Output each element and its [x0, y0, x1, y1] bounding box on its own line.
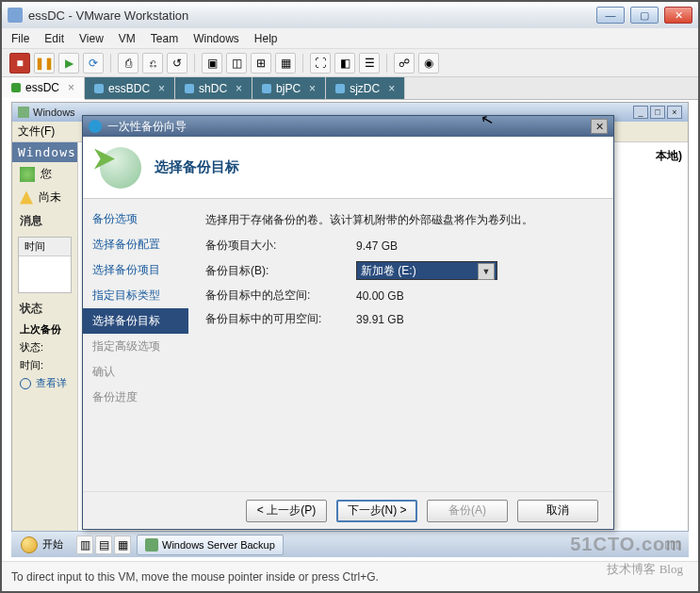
prev-button[interactable]: < 上一步(P): [246, 500, 327, 522]
tab-label: sjzDC: [350, 82, 380, 95]
menu-file[interactable]: File: [11, 32, 29, 45]
cancel-button[interactable]: 取消: [517, 500, 598, 522]
nav-advanced[interactable]: 指定高级选项: [83, 334, 188, 359]
free-space-label: 备份目标中的可用空间:: [205, 311, 356, 327]
nav-confirm[interactable]: 确认: [83, 359, 188, 385]
wizard-button-row: < 上一步(P) 下一步(N) > 备份(A) 取消: [83, 491, 613, 529]
free-space-value: 39.91 GB: [356, 313, 404, 326]
guest-app-icon: [18, 107, 29, 118]
menu-windows[interactable]: Windows: [193, 32, 239, 45]
vm-tabs: essDC× essBDC× shDC× bjPC× sjzDC×: [2, 77, 698, 100]
nav-dest-target[interactable]: 选择备份目标: [83, 308, 188, 334]
start-orb-icon: [21, 536, 38, 553]
tab-essdc[interactable]: essDC×: [2, 77, 85, 100]
wizard-title: 一次性备份向导: [107, 119, 187, 135]
tab-label: bjPC: [276, 82, 301, 95]
backup-icon: [20, 167, 35, 182]
play-icon[interactable]: ▶: [58, 53, 79, 74]
sidebar-warn: 尚未: [12, 186, 77, 209]
vmware-statusbar: To direct input to this VM, move the mou…: [2, 561, 698, 591]
menu-help[interactable]: Help: [254, 32, 278, 45]
messages-label: 消息: [12, 209, 77, 233]
status-row: 状态:: [12, 338, 77, 356]
messages-time-col: 时间: [19, 238, 71, 256]
vmware-menubar: File Edit View VM Team Windows Help: [2, 28, 698, 49]
wizard-nav: 备份选项 选择备份配置 选择备份项目 指定目标类型 选择备份目标 指定高级选项 …: [83, 199, 188, 491]
watermark-text: 51CTO.com: [570, 534, 683, 555]
wizard-titlebar[interactable]: 一次性备份向导 ✕: [83, 116, 613, 137]
view2-icon[interactable]: ◫: [226, 53, 247, 74]
tab-label: essBDC: [108, 82, 150, 95]
next-button[interactable]: 下一步(N) >: [336, 500, 417, 522]
messages-box: 时间: [18, 237, 72, 293]
menu-view[interactable]: View: [79, 32, 104, 45]
fullscreen-icon[interactable]: ⛶: [310, 53, 331, 74]
window-title: essDC - VMware Workstation: [28, 8, 188, 23]
guest-min-button[interactable]: _: [633, 106, 648, 119]
last-backup-label: 上次备份: [12, 321, 77, 338]
tab-label: shDC: [199, 82, 227, 95]
nav-dest-type[interactable]: 指定目标类型: [83, 283, 188, 308]
power-off-icon[interactable]: ■: [9, 53, 30, 74]
total-space-label: 备份目标中的总空间:: [205, 288, 356, 304]
nav-backup-config[interactable]: 选择备份配置: [83, 232, 188, 257]
multimode-icon[interactable]: ☰: [359, 53, 380, 74]
tab-essbdc[interactable]: essBDC×: [85, 77, 175, 99]
wizard-close-button[interactable]: ✕: [591, 119, 608, 134]
app-icon: [145, 538, 158, 552]
guest-max-button[interactable]: □: [650, 106, 665, 119]
wizard-header-icon: [100, 147, 141, 189]
backup-button: 备份(A): [427, 500, 508, 522]
close-button[interactable]: ✕: [664, 7, 692, 24]
vmware-titlebar: essDC - VMware Workstation — ▢ ✕: [2, 2, 698, 28]
target-select[interactable]: 新加卷 (E:): [356, 261, 497, 280]
pause-icon[interactable]: ❚❚: [34, 53, 55, 74]
menu-vm[interactable]: VM: [119, 32, 136, 45]
nav-progress[interactable]: 备份进度: [83, 385, 188, 410]
warning-icon: [20, 191, 33, 205]
menu-edit[interactable]: Edit: [44, 32, 64, 45]
view3-icon[interactable]: ⊞: [251, 53, 271, 74]
maximize-button[interactable]: ▢: [630, 7, 659, 24]
guest-file-menu[interactable]: 文件(F): [18, 124, 55, 140]
tab-sjzdc[interactable]: sjzDC×: [326, 77, 405, 99]
menu-team[interactable]: Team: [151, 32, 178, 45]
tab-shdc[interactable]: shDC×: [175, 77, 252, 99]
nav-backup-items[interactable]: 选择备份项目: [83, 257, 188, 283]
tab-status-icon: [94, 84, 104, 93]
nav-backup-options[interactable]: 备份选项: [83, 206, 188, 232]
view1-icon[interactable]: ▣: [202, 53, 222, 74]
revert-icon[interactable]: ↺: [167, 53, 187, 74]
total-space-value: 40.00 GB: [356, 289, 404, 303]
tab-bjpc[interactable]: bjPC×: [252, 77, 326, 99]
snapshot-icon[interactable]: ⎙: [118, 53, 138, 74]
status-text: To direct input to this VM, move the mou…: [11, 570, 379, 584]
time-row: 时间:: [12, 356, 77, 374]
target-label: 备份目标(B):: [205, 263, 356, 279]
record-icon[interactable]: ◉: [418, 53, 439, 74]
sidebar-header: Windows: [12, 142, 77, 162]
capture-icon[interactable]: ☍: [394, 53, 415, 74]
start-button[interactable]: 开始: [11, 532, 73, 557]
tab-status-icon: [11, 83, 21, 92]
wizard-heading: 选择备份目标: [155, 158, 239, 176]
tab-status-icon: [335, 84, 345, 93]
quicklaunch2-icon[interactable]: ▤: [95, 535, 112, 554]
view4-icon[interactable]: ▦: [275, 53, 296, 74]
backup-wizard-dialog: 一次性备份向导 ✕ 选择备份目标 备份选项 选择备份配置 选择备份项目 指定目标…: [82, 115, 614, 530]
quicklaunch3-icon[interactable]: ▦: [114, 535, 131, 554]
guest-title: Windows: [33, 107, 75, 118]
unity-icon[interactable]: ◧: [334, 53, 355, 74]
quicklaunch1-icon[interactable]: ▥: [76, 535, 93, 554]
guest-close-button[interactable]: ×: [667, 106, 682, 119]
watermark-subtext: 技术博客 Blog: [607, 561, 683, 578]
view-details-link[interactable]: 查看详: [12, 374, 77, 392]
reset-icon[interactable]: ⟳: [83, 53, 104, 74]
taskbar-app-button[interactable]: Windows Server Backup: [137, 535, 284, 555]
sidebar-you: 您: [12, 162, 77, 186]
snapshot-mgr-icon[interactable]: ⎌: [142, 53, 163, 74]
size-value: 9.47 GB: [356, 239, 398, 253]
minimize-button[interactable]: —: [596, 7, 625, 24]
wizard-header: 选择备份目标: [83, 137, 613, 199]
tab-status-icon: [262, 84, 271, 93]
